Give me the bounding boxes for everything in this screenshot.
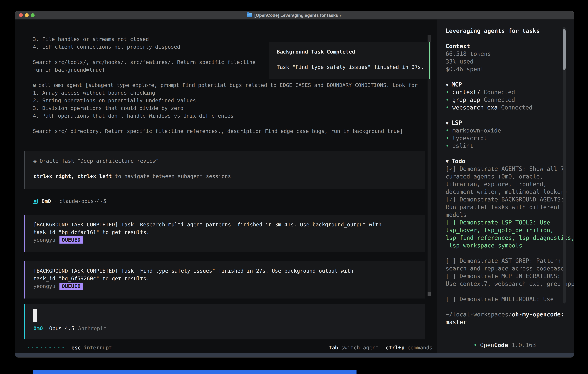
message-author: yeongyu bbox=[33, 236, 55, 244]
terminal-text-line: 3. Division operations that could divide… bbox=[33, 104, 418, 112]
separator-dot: · bbox=[53, 198, 57, 204]
oracle-task-card: ◉ Oracle Task "Deep architecture review"… bbox=[24, 151, 425, 189]
background-task-message: [BACKGROUND TASK COMPLETED] Task "Resear… bbox=[24, 215, 425, 252]
workspace-path: ~/local-workspaces/oh-my-opencode: bbox=[446, 311, 560, 318]
model-row: OmO Opus 4.5 Anthropic bbox=[25, 324, 425, 332]
gear-icon: ⚙ bbox=[33, 81, 36, 89]
agent-header: OmO · claude-opus-4-5 bbox=[33, 197, 106, 205]
todo-line: [✓] Demonstrate AGENTS: Show all 7 bbox=[446, 165, 560, 173]
todo-line: [ ] Demonstrate AST-GREP: Pattern bbox=[446, 257, 560, 265]
minimize-button[interactable] bbox=[25, 13, 29, 17]
mcp-list: •context7 Connected•grep_app Connected•w… bbox=[446, 88, 560, 111]
ctrlp-key-hint: ctrl+p bbox=[386, 345, 405, 351]
mcp-name: context7 bbox=[452, 89, 484, 95]
toast-title: Background Task Completed bbox=[277, 48, 422, 55]
chevron-down-icon: ▼ bbox=[446, 158, 449, 164]
agent-name: OmO bbox=[42, 198, 51, 204]
green-dot-icon: • bbox=[446, 135, 449, 141]
todo-line bbox=[446, 288, 560, 295]
message-line-2: task_id="bg_6f59260c" to get results. bbox=[33, 275, 417, 282]
chat-scrollbar-thumb[interactable] bbox=[428, 292, 431, 296]
session-sidebar: Leveraging agents for tasks Context 66,5… bbox=[437, 20, 574, 357]
todo-line: lsp_workspace_symbols bbox=[446, 242, 560, 249]
message-author: yeongyu bbox=[33, 282, 55, 290]
mcp-section-header[interactable]: ▼MCP bbox=[446, 81, 560, 88]
esc-key-hint: esc bbox=[72, 345, 81, 351]
mcp-name: grep_app bbox=[452, 96, 484, 103]
traffic-lights bbox=[19, 13, 35, 17]
lsp-item: •markdown-oxide bbox=[446, 127, 560, 134]
mcp-status: Connected bbox=[484, 96, 515, 103]
shortcut-description: to navigate between subagent sessions bbox=[112, 173, 231, 179]
lsp-name: eslint bbox=[452, 143, 473, 149]
context-heading: Context bbox=[446, 42, 560, 50]
context-spent: $0.46 spent bbox=[446, 65, 560, 73]
todo-line: search and replace across codebase bbox=[446, 265, 560, 272]
mcp-item: •websearch_exa Connected bbox=[446, 104, 560, 111]
tool-call-prompt-lines: 1. Array access without bounds checking2… bbox=[33, 89, 418, 127]
context-used: 33% used bbox=[446, 58, 560, 65]
window-title-group: [OpenCode] Leveraging agents for tasks ◐ bbox=[247, 13, 342, 18]
shortcut-keys: ctrl+x right, ctrl+x left bbox=[33, 173, 112, 179]
todo-line: [✓] Demonstrate BACKGROUND AGENTS: bbox=[446, 196, 560, 203]
todo-line: [ ] Demonstrate MULTIMODAL: Use bbox=[446, 295, 560, 303]
todo-line: curated agents (OmO, oracle, bbox=[446, 173, 560, 180]
todo-line: models bbox=[446, 211, 560, 219]
green-dot-icon: • bbox=[446, 104, 449, 111]
prompt-input[interactable]: OmO Opus 4.5 Anthropic bbox=[24, 304, 425, 339]
folder-icon bbox=[247, 13, 252, 17]
tab-key-label: switch agent bbox=[341, 345, 379, 351]
workspace-branch: master bbox=[446, 318, 560, 326]
zoom-button[interactable] bbox=[31, 13, 35, 17]
background-task-message: [BACKGROUND TASK COMPLETED] Task "Find t… bbox=[24, 261, 425, 299]
text-cursor bbox=[33, 309, 37, 322]
tool-call-line: ⚙ call_omo_agent [subagent_type=explore,… bbox=[33, 81, 418, 89]
background-window-edge bbox=[33, 370, 357, 374]
green-dot-icon: • bbox=[473, 342, 477, 348]
sidebar-scrollbar-thumb[interactable] bbox=[563, 29, 566, 70]
titlebar[interactable]: [OpenCode] Leveraging agents for tasks ◐ bbox=[15, 11, 574, 20]
chevron-down-icon: ▼ bbox=[446, 120, 449, 126]
todo-list: [✓] Demonstrate AGENTS: Show all 7curate… bbox=[446, 165, 560, 303]
todo-line: Run parallel tasks with different bbox=[446, 203, 560, 211]
todo-section-header[interactable]: ▼Todo bbox=[446, 157, 560, 165]
toast-body: Task "Find type safety issues" finished … bbox=[277, 63, 422, 71]
lsp-section-header[interactable]: ▼LSP bbox=[446, 119, 560, 127]
chat-pane: 3. File handles or streams not closed4. … bbox=[15, 20, 437, 357]
green-dot-icon: • bbox=[446, 143, 449, 149]
lsp-item: •typescript bbox=[446, 134, 560, 142]
tool-call-text: call_omo_agent [subagent_type=explore, p… bbox=[38, 81, 418, 89]
chevron-down-icon: ▼ bbox=[446, 82, 449, 88]
agent-model: claude-opus-4-5 bbox=[59, 198, 106, 204]
todo-line: Use context7, websearch_exa, grep_app bbox=[446, 280, 560, 288]
window-bottom-strip bbox=[15, 353, 574, 357]
close-button[interactable] bbox=[19, 13, 23, 17]
status-badge: QUEUED bbox=[60, 283, 83, 290]
todo-line: lsp_find_references, lsp_diagnostics, bbox=[446, 234, 560, 242]
mcp-status: Connected bbox=[484, 89, 515, 95]
input-agent-label: OmO bbox=[33, 324, 43, 332]
lsp-name: markdown-oxide bbox=[452, 127, 501, 134]
todo-line bbox=[446, 249, 560, 257]
todo-line: document-writer, multimodal-looker) bbox=[446, 188, 560, 196]
terminal-text-line: 1. Array access without bounds checking bbox=[33, 89, 418, 97]
todo-line: lsp_hover, lsp_goto_definition, bbox=[446, 226, 560, 234]
terminal-window: [OpenCode] Leveraging agents for tasks ◐… bbox=[15, 11, 574, 357]
mcp-status: Connected bbox=[501, 104, 532, 111]
terminal-text-line bbox=[33, 120, 418, 127]
input-provider-label: Anthropic bbox=[78, 324, 106, 332]
message-line-2: task_id="bg_dcfac161" to get results. bbox=[33, 228, 417, 236]
mcp-item: •context7 Connected bbox=[446, 88, 560, 96]
mcp-item: •grep_app Connected bbox=[446, 96, 560, 104]
chat-scrollbar-top-segment[interactable] bbox=[428, 35, 431, 42]
context-tokens: 66,518 tokens bbox=[446, 50, 560, 58]
tool-call-tail: Search src/ directory. Return specific f… bbox=[33, 127, 418, 135]
green-dot-icon: • bbox=[446, 96, 449, 103]
version-row: •OpenCode1.0.163 bbox=[446, 334, 560, 341]
background-task-toast: Background Task Completed Task "Find typ… bbox=[269, 42, 430, 79]
sidebar-scrollbar[interactable] bbox=[563, 27, 566, 303]
message-line-1: [BACKGROUND TASK COMPLETED] Task "Find t… bbox=[33, 267, 417, 275]
session-title: Leveraging agents for tasks bbox=[446, 27, 560, 35]
message-line-1: [BACKGROUND TASK COMPLETED] Task "Resear… bbox=[33, 221, 417, 228]
todo-line: librarian, explore, frontend, bbox=[446, 180, 560, 188]
